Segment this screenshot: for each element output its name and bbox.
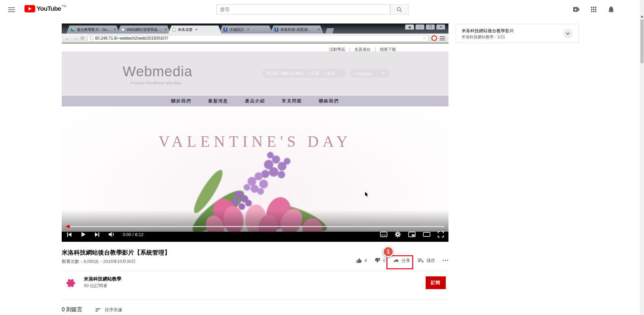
thumbs-down-icon bbox=[374, 257, 381, 264]
sort-comments-button[interactable]: 排序依據 bbox=[96, 307, 122, 313]
site-hero: VALENTINE'S DAY bbox=[62, 106, 448, 232]
site-header-band bbox=[62, 51, 448, 96]
next-button[interactable] bbox=[94, 232, 100, 237]
site-nav-item-0: 關於我們 bbox=[171, 98, 192, 104]
divider bbox=[62, 271, 448, 271]
browser-address-bar: 60.249.71.6/~webtech2/web/201500107/ ☆ bbox=[88, 35, 429, 42]
youtube-watch-page: YouTube TW bbox=[0, 0, 644, 315]
site-nav-item-1: 最新消息 bbox=[208, 98, 228, 104]
video-actions: 4 0 分享 儲存 bbox=[352, 257, 448, 264]
volume-icon[interactable] bbox=[108, 231, 115, 237]
comments-header: 0 則留言 排序依據 bbox=[62, 306, 122, 313]
miniplayer-icon[interactable] bbox=[408, 232, 416, 237]
settings-gear-icon[interactable] bbox=[395, 231, 401, 237]
upload-video-icon[interactable] bbox=[572, 5, 580, 13]
browser-tab-2: 米洛花蕾✕ bbox=[168, 26, 221, 34]
tab-label: 後台教學影片 - Google 雲 bbox=[77, 27, 111, 32]
page-icon bbox=[90, 36, 93, 40]
browser-back-icon: ← bbox=[65, 36, 70, 41]
menu-icon[interactable] bbox=[8, 6, 15, 13]
browser-profile-icon bbox=[405, 25, 414, 30]
flower-bouquet-image bbox=[168, 141, 342, 232]
browser-tab-0: 後台教學影片 - Google 雲✕ bbox=[66, 26, 119, 34]
save-button[interactable]: 儲存 bbox=[418, 258, 435, 264]
video-views: 觀看次數：8,050次・2015年10月30日 bbox=[62, 259, 136, 265]
playlist-add-icon bbox=[418, 258, 424, 263]
theater-mode-icon[interactable] bbox=[423, 232, 430, 237]
language-label: Languages bbox=[355, 72, 373, 76]
chevron-down-icon bbox=[566, 31, 570, 35]
site-nav-bar: 關於我們最新消息產品介紹常見問題聯絡我們 bbox=[62, 96, 448, 106]
like-button[interactable]: 4 bbox=[356, 257, 367, 264]
dislike-count: 0 bbox=[383, 258, 385, 263]
tab-close-icon: ✕ bbox=[317, 28, 321, 31]
video-browser-toolbar: ← → ⟳ 60.249.71.6/~webtech2/web/20150010… bbox=[62, 34, 448, 43]
page-scrollbar[interactable] bbox=[640, 0, 644, 315]
tab-close-icon: ✕ bbox=[246, 28, 250, 31]
like-count: 4 bbox=[365, 258, 367, 263]
new-tab-icon bbox=[325, 28, 334, 34]
channel-avatar[interactable] bbox=[64, 276, 78, 290]
video-browser-titlebar: 後台教學影片 - Google 雲✕WMS網站管理系統-米洛✕米洛花蕾✕f沃德設… bbox=[62, 24, 448, 34]
tab-label: 米洛花蕾 bbox=[178, 27, 193, 32]
playlist-title: 米洛科技網站後台教學影片 bbox=[462, 28, 514, 34]
video-title: 米洛科技網站後台教學影片【系統管理】 bbox=[62, 249, 364, 257]
search-bar bbox=[216, 4, 409, 14]
site-tagline: Premium WordPress Web Blog bbox=[130, 81, 181, 85]
subtitles-icon[interactable] bbox=[380, 232, 387, 237]
site-top-link-1: 友善連結 bbox=[355, 47, 371, 52]
apps-grid-icon[interactable] bbox=[590, 5, 598, 13]
channel-name[interactable]: 米洛科技網站教學 bbox=[84, 276, 121, 282]
scrollbar-up-arrow[interactable] bbox=[641, 15, 643, 17]
newsletter-cancel-link: > 取消 bbox=[324, 71, 334, 76]
annotation-step-badge: 1 bbox=[383, 246, 394, 257]
site-nav-item-2: 產品介紹 bbox=[245, 98, 265, 104]
youtube-header: YouTube TW bbox=[0, 0, 644, 19]
share-label: 分享 bbox=[401, 258, 410, 264]
play-button[interactable] bbox=[80, 231, 86, 237]
share-button[interactable]: 分享 bbox=[393, 258, 410, 264]
site-logo: Webmedia bbox=[123, 63, 193, 80]
search-button[interactable] bbox=[390, 4, 409, 14]
scrollbar-thumb[interactable] bbox=[640, 19, 644, 63]
divider bbox=[62, 300, 448, 300]
youtube-logo[interactable]: YouTube TW bbox=[24, 5, 66, 12]
comments-count: 0 則留言 bbox=[62, 306, 82, 313]
video-webpage: 活動專區｜友善連結｜檔案下載 Webmedia Premium WordPres… bbox=[62, 43, 448, 232]
search-input[interactable] bbox=[216, 4, 390, 14]
browser-refresh-icon: ⟳ bbox=[80, 36, 85, 41]
window-minimize-icon: – bbox=[416, 25, 424, 30]
browser-url-text: 60.249.71.6/~webtech2/web/201500107/ bbox=[95, 36, 421, 41]
progress-scrubber[interactable] bbox=[67, 225, 70, 228]
save-label: 儲存 bbox=[426, 258, 435, 264]
notifications-bell-icon[interactable] bbox=[607, 5, 615, 13]
playlist-expand-button[interactable] bbox=[563, 29, 573, 38]
window-close-icon: ✕ bbox=[436, 25, 445, 30]
browser-tab-1: WMS網站管理系統-米洛✕ bbox=[117, 26, 170, 34]
tab-close-icon: ✕ bbox=[113, 28, 117, 31]
video-player[interactable]: 後台教學影片 - Google 雲✕WMS網站管理系統-米洛✕米洛花蕾✕f沃德設… bbox=[62, 24, 448, 242]
progress-bar[interactable] bbox=[66, 226, 444, 227]
newsletter-subscribe-link: > 訂閱 bbox=[309, 71, 319, 76]
site-top-links: 活動專區｜友善連結｜檔案下載 bbox=[114, 43, 396, 52]
caret-down-icon bbox=[382, 73, 385, 74]
facebook-icon: f bbox=[223, 28, 227, 32]
sort-icon bbox=[96, 308, 101, 312]
video-browser-tabstrip: 後台教學影片 - Google 雲✕WMS網站管理系統-米洛✕米洛花蕾✕f沃德設… bbox=[66, 26, 334, 34]
browser-tab-4: f米洛科技-高質感網站設計✕ bbox=[270, 26, 323, 34]
sort-label: 排序依據 bbox=[105, 307, 122, 313]
site-top-link-0: 活動專區 bbox=[329, 47, 345, 52]
dislike-button[interactable]: 0 bbox=[374, 257, 385, 264]
fullscreen-icon[interactable] bbox=[438, 231, 444, 237]
playlist-panel[interactable]: 米洛科技網站後台教學影片 米洛科技網站教學 - 1/21 bbox=[456, 24, 579, 43]
youtube-play-icon bbox=[24, 5, 35, 12]
previous-button[interactable] bbox=[66, 232, 72, 237]
mouse-cursor bbox=[365, 191, 369, 198]
more-dots-icon bbox=[442, 260, 448, 261]
site-newsletter-bar: 電子報 / 請輸入E-MAIL > 訂閱 > 取消 bbox=[262, 69, 346, 78]
more-actions-button[interactable] bbox=[442, 260, 448, 261]
browser-tab-3: f沃德設計✕ bbox=[219, 26, 272, 34]
youtube-region-label: TW bbox=[62, 4, 66, 8]
subscribe-button[interactable]: 訂閱 bbox=[426, 276, 446, 289]
site-nav-item-4: 聯絡我們 bbox=[319, 98, 339, 104]
